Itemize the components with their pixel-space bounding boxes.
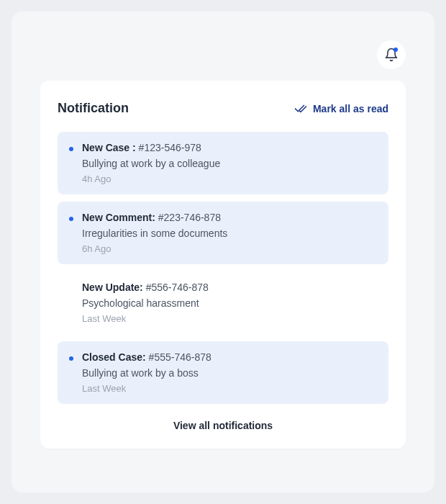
- notification-title-line: New Comment: #223-746-878: [82, 212, 227, 223]
- notification-case-number: #556-746-878: [146, 282, 209, 293]
- bell-wrapper: [40, 40, 406, 69]
- double-check-icon: [294, 102, 307, 115]
- notification-item[interactable]: New Case : #123-546-978 Bullying at work…: [58, 132, 388, 194]
- notification-title-line: New Case : #123-546-978: [82, 142, 220, 153]
- notification-content: New Update: #556-746-878 Psychological h…: [82, 282, 209, 324]
- notification-content: New Comment: #223-746-878 Irregularities…: [82, 212, 227, 254]
- unread-dot-icon: [69, 147, 73, 151]
- notification-type: New Comment:: [82, 212, 155, 223]
- notification-description: Bullying at work by a boss: [82, 367, 211, 379]
- view-all-notifications-button[interactable]: View all notifications: [58, 420, 388, 431]
- notification-item[interactable]: Closed Case: #555-746-878 Bullying at wo…: [58, 341, 388, 404]
- notification-type: Closed Case:: [82, 351, 146, 363]
- panel-title: Notification: [58, 101, 129, 116]
- unread-dot-icon: [69, 217, 73, 221]
- notification-content: Closed Case: #555-746-878 Bullying at wo…: [82, 351, 211, 394]
- notification-time: 4h Ago: [82, 174, 220, 184]
- notification-panel: Notification Mark all as read New Case :…: [40, 81, 406, 449]
- panel-header: Notification Mark all as read: [58, 101, 388, 116]
- notification-case-number: #555-746-878: [149, 351, 211, 363]
- notification-title-line: New Update: #556-746-878: [82, 282, 209, 293]
- notification-item[interactable]: New Update: #556-746-878 Psychological h…: [58, 271, 388, 334]
- unread-dot-icon: [69, 356, 73, 361]
- notification-time: 6h Ago: [82, 243, 227, 254]
- notification-type: New Case :: [82, 142, 136, 153]
- notification-case-number: #123-546-978: [139, 142, 201, 153]
- mark-all-read-button[interactable]: Mark all as read: [294, 102, 388, 115]
- notification-item[interactable]: New Comment: #223-746-878 Irregularities…: [58, 202, 388, 264]
- notification-indicator-dot: [393, 48, 398, 52]
- notification-title-line: Closed Case: #555-746-878: [82, 351, 211, 363]
- notification-description: Bullying at work by a colleague: [82, 158, 220, 169]
- notification-description: Irregularities in some documents: [82, 228, 227, 239]
- outer-container: Notification Mark all as read New Case :…: [12, 12, 434, 492]
- notification-bell-button[interactable]: [377, 40, 406, 69]
- notification-description: Psychological harassment: [82, 297, 209, 309]
- notification-type: New Update:: [82, 282, 143, 293]
- mark-all-read-label: Mark all as read: [313, 103, 388, 114]
- notification-time: Last Week: [82, 383, 211, 394]
- notification-case-number: #223-746-878: [158, 212, 221, 223]
- notification-content: New Case : #123-546-978 Bullying at work…: [82, 142, 220, 184]
- notification-time: Last Week: [82, 313, 209, 324]
- notification-list: New Case : #123-546-978 Bullying at work…: [58, 132, 388, 404]
